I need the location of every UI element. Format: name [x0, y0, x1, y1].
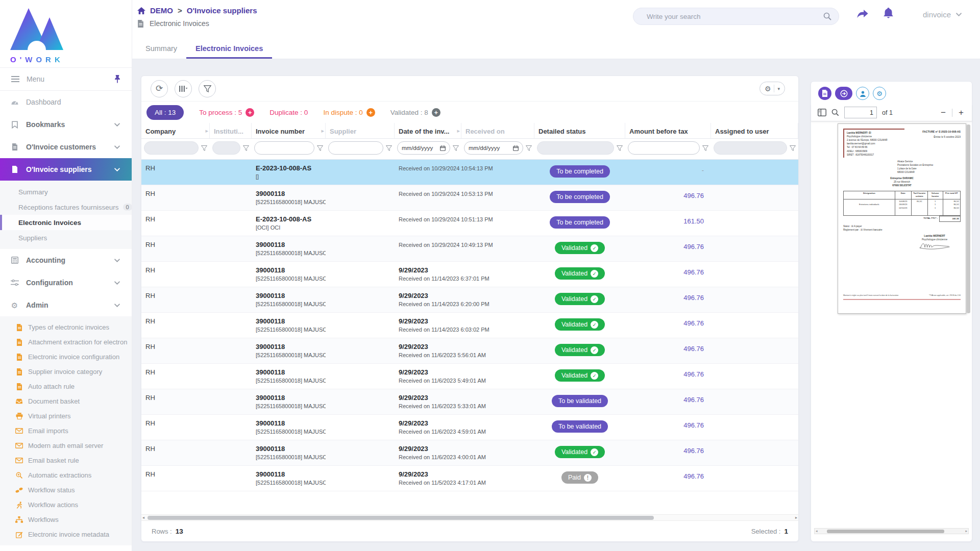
sidebar-item-configuration[interactable]: Configuration — [0, 271, 132, 294]
open-invoice-button[interactable] — [835, 87, 852, 100]
chevron-down-icon[interactable] — [113, 281, 121, 285]
scroll-right-icon[interactable]: ▸ — [795, 515, 797, 520]
admin-item-workflows[interactable]: Workflows — [0, 512, 132, 527]
chevron-down-icon[interactable] — [113, 145, 121, 149]
chevron-down-icon[interactable] — [113, 259, 121, 262]
search-input[interactable] — [647, 13, 823, 20]
pdf-page[interactable]: Laetitia WERNERT- EI Psychologue clinici… — [838, 123, 966, 314]
breadcrumb-home[interactable]: DEMO — [150, 6, 173, 15]
column-header-amount-before-tax[interactable]: Amount before tax — [625, 123, 711, 138]
zoom-in-button[interactable]: + — [957, 108, 965, 118]
filter-select-assigned-to-user[interactable] — [714, 141, 787, 155]
table-settings-button[interactable]: ⚙ ▾ — [760, 82, 785, 95]
admin-item-supplier-invoice-category[interactable]: Supplier invoice category — [0, 364, 132, 379]
zoom-out-button[interactable]: − — [939, 108, 947, 118]
search-icon[interactable] — [823, 12, 831, 20]
admin-item-electronic-invoice-configuration[interactable]: Electronic invoice configuration — [0, 349, 132, 364]
column-header-supplier[interactable]: Supplier — [326, 123, 395, 138]
admin-item-auto-attach-rule[interactable]: Auto attach rule — [0, 379, 132, 394]
table-row[interactable]: RH39000118[52251165800018] MAJUSCULE9/29… — [141, 364, 798, 389]
column-header-invoice-number[interactable]: Invoice number▸ — [252, 123, 326, 138]
table-row[interactable]: RH39000118[52251165800018] MAJUSCULE9/29… — [141, 287, 798, 313]
table-row[interactable]: RH39000118[52251165800018] MAJUSCULE9/29… — [141, 440, 798, 466]
filter-input-supplier[interactable] — [328, 141, 383, 155]
column-expand-icon[interactable]: ▸ — [457, 128, 460, 134]
column-header-detailed-status[interactable]: Detailed status — [534, 123, 625, 138]
scrollbar-thumb[interactable] — [148, 516, 654, 520]
tab-electronic-invoices[interactable]: Electronic Invoices — [186, 39, 272, 59]
table-row[interactable]: RH39000118[52251165800018] MAJUSCULE9/29… — [141, 313, 798, 338]
table-row[interactable]: RH39000118[52251165800018] MAJUSCULE9/29… — [141, 389, 798, 415]
sidebar-item-dashboard[interactable]: Dashboard — [0, 91, 132, 113]
funnel-icon[interactable] — [243, 145, 249, 151]
pdf-vertical-scrollbar[interactable] — [967, 124, 970, 313]
funnel-icon[interactable] — [453, 145, 459, 151]
pdf-search-icon[interactable] — [831, 109, 839, 116]
table-row[interactable]: RHE-2023-10-008-AS[]Received on 10/29/20… — [141, 160, 798, 185]
admin-item-email-imports[interactable]: Email imports — [0, 423, 132, 438]
sidebar-item-admin[interactable]: ⚙Admin — [0, 294, 132, 316]
preview-settings-button[interactable]: ⚙ — [873, 87, 886, 100]
admin-item-email-basket-rule[interactable]: Email basket rule — [0, 453, 132, 468]
filter-date-date-of-the-inv[interactable]: mm/dd/yyyy — [397, 141, 450, 155]
chevron-down-icon[interactable] — [113, 168, 121, 171]
column-header-received-on[interactable]: Received on — [461, 123, 534, 138]
submenu-item-r-ceptions-factures-fournisseurs[interactable]: Réceptions factures fournisseurs0 — [0, 199, 132, 215]
pdf-sidebar-toggle-icon[interactable] — [818, 109, 826, 116]
assign-user-button[interactable] — [856, 87, 869, 100]
page-number-input[interactable] — [844, 107, 877, 118]
share-icon[interactable] — [857, 10, 868, 18]
plus-circle-icon[interactable]: + — [246, 108, 254, 117]
submenu-item-summary[interactable]: Summary — [0, 184, 132, 199]
filter-date-received-on[interactable]: mm/dd/yyyy — [464, 141, 523, 155]
username[interactable]: dinvoice — [923, 10, 951, 19]
filter-select-detailed-status[interactable] — [537, 141, 614, 155]
funnel-icon[interactable] — [790, 145, 796, 151]
hamburger-icon[interactable] — [11, 76, 19, 82]
table-row[interactable]: RH39000118[52251165800018] MAJUSCULE9/29… — [141, 466, 798, 491]
table-row[interactable]: RH39000118[52251165800018] MAJUSCULE9/29… — [141, 338, 798, 364]
column-header-date-of-the-inv[interactable]: Date of the inv...▸ — [395, 123, 461, 138]
admin-item-attachment-extraction-for-electron[interactable]: Attachment extraction for electron — [0, 335, 132, 349]
submenu-item-suppliers[interactable]: Suppliers — [0, 230, 132, 245]
calendar-icon[interactable] — [440, 145, 446, 151]
admin-item-types-of-electronic-invoices[interactable]: Types of electronic invoices — [0, 320, 132, 335]
funnel-icon[interactable] — [702, 145, 708, 151]
filter-button[interactable] — [199, 80, 216, 97]
admin-item-electronic-invoice-metadata[interactable]: Electronic invoice metadata — [0, 527, 132, 542]
user-menu[interactable]: dinvoice — [923, 10, 962, 19]
scroll-left-icon[interactable]: ◂ — [142, 515, 144, 520]
pdf-scroll-left-icon[interactable]: ◂ — [816, 529, 818, 533]
funnel-icon[interactable] — [526, 145, 532, 151]
admin-item-virtual-printers[interactable]: Virtual printers — [0, 409, 132, 423]
chevron-down-icon[interactable] — [113, 304, 121, 307]
plus-circle-icon[interactable]: + — [432, 108, 440, 117]
filter-tab-in-dispute[interactable]: In dispute : 0+ — [323, 108, 375, 117]
pdf-scroll-right-icon[interactable]: ▸ — [965, 529, 967, 533]
column-expand-icon[interactable]: ▸ — [321, 128, 324, 134]
admin-item-document-basket[interactable]: Document basket — [0, 394, 132, 409]
home-icon[interactable] — [137, 7, 145, 14]
column-header-instituti[interactable]: Instituti... — [210, 123, 252, 138]
table-row[interactable]: RH39000118[52251165800018] MAJUSCULE9/29… — [141, 415, 798, 440]
filter-tab-duplicate[interactable]: Duplicate : 0 — [270, 109, 308, 116]
pdf-download-button[interactable] — [818, 87, 831, 100]
tab-summary[interactable]: Summary — [136, 39, 186, 59]
pdf-scrollbar-thumb[interactable] — [827, 530, 944, 533]
menu-toggle-row[interactable]: Menu — [0, 67, 132, 91]
filter-tab-all[interactable]: All : 13 — [146, 105, 184, 120]
table-row[interactable]: RHE-2023-10-008-AS[OCI] OCIReceived on 1… — [141, 211, 798, 236]
filter-tab-validated[interactable]: Validated : 8+ — [390, 108, 440, 117]
chevron-down-icon[interactable] — [113, 123, 121, 127]
refresh-button[interactable]: ⟳ — [151, 80, 168, 97]
pin-icon[interactable] — [114, 75, 120, 83]
table-row[interactable]: RH39000118[52251165800018] MAJUSCULE9/29… — [141, 262, 798, 287]
sidebar-item-o-invoice-customers[interactable]: O'Invoice customers — [0, 136, 132, 158]
funnel-icon[interactable] — [201, 145, 207, 151]
pdf-horizontal-scrollbar[interactable]: ◂ ▸ — [814, 528, 969, 534]
admin-item-workflow-status[interactable]: Workflow status — [0, 483, 132, 497]
filter-tab-to-process[interactable]: To process : 5+ — [199, 108, 254, 117]
app-logo[interactable]: O'WORK — [0, 0, 132, 67]
horizontal-scrollbar[interactable]: ◂ ▸ — [141, 514, 798, 521]
columns-button[interactable] — [175, 80, 192, 97]
